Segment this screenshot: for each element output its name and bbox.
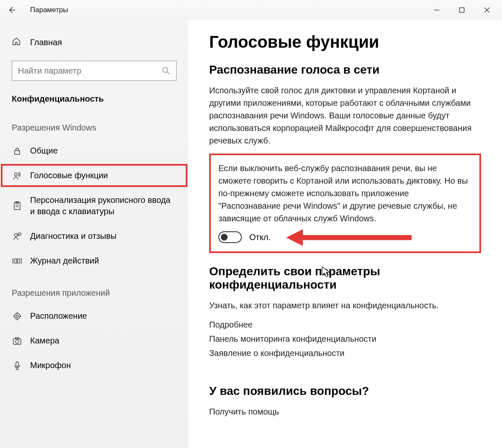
camera-icon	[12, 337, 23, 345]
svg-point-8	[15, 173, 18, 176]
svg-point-19	[16, 315, 18, 317]
microphone-icon	[12, 361, 23, 370]
section-privacy-settings: Определить свои параметры конфиденциальн…	[209, 265, 481, 292]
sidebar-item-diagnostics[interactable]: Диагностика и отзывы	[0, 224, 188, 248]
search-icon	[162, 67, 170, 75]
maximize-icon	[459, 7, 465, 13]
sidebar-item-speech[interactable]: Голосовые функции	[0, 163, 188, 188]
sidebar-category: Конфиденциальность	[0, 81, 188, 108]
minimize-icon	[434, 7, 440, 13]
speech-toggle[interactable]	[218, 231, 242, 243]
sidebar-home[interactable]: Главная	[0, 32, 188, 53]
close-button[interactable]	[474, 1, 499, 19]
page-title: Голосовые функции	[209, 33, 481, 51]
sidebar-item-label: Журнал действий	[30, 255, 177, 266]
feedback-icon	[12, 232, 23, 241]
maximize-button[interactable]	[449, 1, 474, 19]
svg-rect-28	[16, 362, 18, 366]
sidebar-item-camera[interactable]: Камера	[0, 328, 188, 353]
home-icon	[12, 37, 23, 48]
sidebar: Главная Конфиденциальность Разрешения Wi…	[0, 20, 188, 448]
section-online-speech: Распознавание голоса в сети	[209, 63, 481, 77]
search-input[interactable]	[18, 66, 162, 76]
sidebar-home-label: Главная	[30, 38, 62, 47]
svg-rect-14	[18, 233, 21, 235]
sidebar-item-location[interactable]: Расположение	[0, 304, 188, 328]
link-dashboard[interactable]: Панель мониторинга конфиденциальности	[209, 334, 376, 343]
location-icon	[12, 312, 23, 321]
titlebar: Параметры	[0, 0, 502, 20]
clipboard-icon	[12, 201, 23, 210]
link-get-help[interactable]: Получить помощь	[209, 407, 279, 416]
svg-point-5	[163, 67, 168, 72]
sidebar-item-label: Расположение	[30, 310, 177, 322]
svg-rect-7	[15, 151, 20, 154]
annotation-highlight-box: Если выключить веб-службу распознавания …	[209, 154, 481, 253]
svg-rect-27	[15, 338, 19, 339]
link-statement[interactable]: Заявление о конфиденциальности	[209, 348, 345, 358]
sidebar-item-general[interactable]: Общие	[0, 138, 188, 163]
window-title: Параметры	[30, 6, 68, 14]
speech-description-2: Если выключить веб-службу распознавания …	[218, 162, 472, 225]
back-button[interactable]	[3, 1, 21, 19]
content-pane: Голосовые функции Распознавание голоса в…	[188, 20, 502, 448]
sidebar-section-apps: Разрешения приложений	[0, 273, 188, 304]
minimize-button[interactable]	[424, 1, 449, 19]
sidebar-item-label: Голосовые функции	[30, 170, 177, 181]
sidebar-item-label: Диагностика и отзывы	[30, 230, 177, 242]
close-icon	[484, 7, 490, 13]
svg-rect-17	[15, 259, 17, 263]
svg-rect-18	[18, 259, 20, 263]
svg-rect-2	[460, 8, 464, 13]
speech-description-1: Используйте свой голос для диктовки и уп…	[209, 84, 477, 147]
svg-point-24	[14, 313, 20, 319]
privacy-description: Узнать, как этот параметр влияет на конф…	[209, 299, 477, 312]
search-box[interactable]	[12, 61, 177, 81]
timeline-icon	[12, 257, 23, 265]
sidebar-section-windows: Разрешения Windows	[0, 108, 188, 138]
svg-line-6	[167, 72, 169, 74]
svg-point-13	[15, 233, 18, 236]
sidebar-item-activity[interactable]: Журнал действий	[0, 248, 188, 273]
sidebar-item-label: Камера	[30, 335, 177, 346]
svg-point-26	[15, 340, 19, 343]
arrow-left-icon	[8, 6, 16, 14]
sidebar-item-label: Микрофон	[30, 360, 177, 371]
sidebar-item-label: Персонализация рукописного ввода и ввода…	[30, 195, 177, 217]
sidebar-item-inking[interactable]: Персонализация рукописного ввода и ввода…	[0, 188, 188, 224]
link-more[interactable]: Подробнее	[209, 320, 253, 329]
sidebar-item-microphone[interactable]: Микрофон	[0, 353, 188, 378]
toggle-knob	[221, 234, 228, 241]
sidebar-item-label: Общие	[30, 145, 177, 156]
speech-icon	[12, 171, 23, 180]
speech-toggle-label: Откл.	[249, 233, 271, 242]
lock-icon	[12, 147, 23, 155]
section-questions: У вас появились вопросы?	[209, 384, 481, 398]
